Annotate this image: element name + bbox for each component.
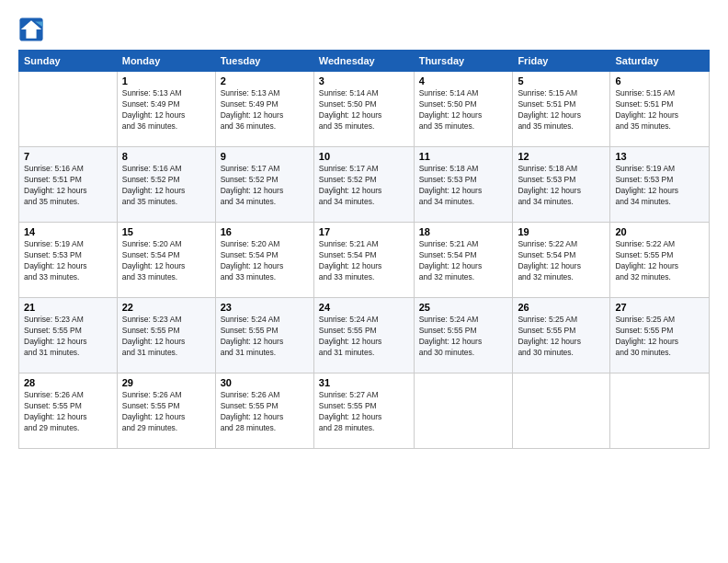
day-info: Sunrise: 5:19 AM Sunset: 5:53 PM Dayligh… xyxy=(615,164,704,208)
day-info: Sunrise: 5:22 AM Sunset: 5:54 PM Dayligh… xyxy=(518,239,605,283)
day-info: Sunrise: 5:18 AM Sunset: 5:53 PM Dayligh… xyxy=(419,164,508,208)
day-cell: 2Sunrise: 5:13 AM Sunset: 5:49 PM Daylig… xyxy=(215,72,313,147)
day-number: 4 xyxy=(419,75,508,86)
day-number: 5 xyxy=(518,75,605,86)
col-header-tuesday: Tuesday xyxy=(215,51,313,72)
day-info: Sunrise: 5:13 AM Sunset: 5:49 PM Dayligh… xyxy=(221,88,309,132)
day-cell: 23Sunrise: 5:24 AM Sunset: 5:55 PM Dayli… xyxy=(215,298,313,373)
day-cell: 26Sunrise: 5:25 AM Sunset: 5:55 PM Dayli… xyxy=(513,298,610,373)
day-number: 25 xyxy=(419,302,508,313)
day-cell: 16Sunrise: 5:20 AM Sunset: 5:54 PM Dayli… xyxy=(215,223,313,298)
col-header-monday: Monday xyxy=(117,51,215,72)
day-cell: 17Sunrise: 5:21 AM Sunset: 5:54 PM Dayli… xyxy=(313,223,414,298)
day-number: 16 xyxy=(221,226,309,237)
day-info: Sunrise: 5:25 AM Sunset: 5:55 PM Dayligh… xyxy=(518,315,605,359)
day-number: 11 xyxy=(419,151,508,162)
day-cell: 15Sunrise: 5:20 AM Sunset: 5:54 PM Dayli… xyxy=(117,223,215,298)
week-row-2: 7Sunrise: 5:16 AM Sunset: 5:51 PM Daylig… xyxy=(19,147,710,223)
day-number: 12 xyxy=(518,151,605,162)
day-info: Sunrise: 5:23 AM Sunset: 5:55 PM Dayligh… xyxy=(24,315,112,359)
day-cell: 5Sunrise: 5:15 AM Sunset: 5:51 PM Daylig… xyxy=(513,72,610,147)
day-info: Sunrise: 5:26 AM Sunset: 5:55 PM Dayligh… xyxy=(122,390,210,434)
day-info: Sunrise: 5:14 AM Sunset: 5:50 PM Dayligh… xyxy=(419,88,508,132)
day-cell: 13Sunrise: 5:19 AM Sunset: 5:53 PM Dayli… xyxy=(610,147,710,223)
day-cell xyxy=(19,72,118,147)
week-row-3: 14Sunrise: 5:19 AM Sunset: 5:53 PM Dayli… xyxy=(19,223,710,298)
day-cell: 24Sunrise: 5:24 AM Sunset: 5:55 PM Dayli… xyxy=(313,298,414,373)
day-cell xyxy=(610,373,710,449)
day-info: Sunrise: 5:14 AM Sunset: 5:50 PM Dayligh… xyxy=(319,88,409,132)
day-cell xyxy=(513,373,610,449)
day-cell: 19Sunrise: 5:22 AM Sunset: 5:54 PM Dayli… xyxy=(513,223,610,298)
day-cell: 30Sunrise: 5:26 AM Sunset: 5:55 PM Dayli… xyxy=(215,373,313,449)
day-info: Sunrise: 5:21 AM Sunset: 5:54 PM Dayligh… xyxy=(419,239,508,283)
day-info: Sunrise: 5:19 AM Sunset: 5:53 PM Dayligh… xyxy=(24,239,112,283)
day-info: Sunrise: 5:25 AM Sunset: 5:55 PM Dayligh… xyxy=(615,315,704,359)
day-number: 31 xyxy=(319,377,409,388)
day-info: Sunrise: 5:16 AM Sunset: 5:52 PM Dayligh… xyxy=(122,164,210,208)
day-cell: 8Sunrise: 5:16 AM Sunset: 5:52 PM Daylig… xyxy=(117,147,215,223)
day-info: Sunrise: 5:24 AM Sunset: 5:55 PM Dayligh… xyxy=(319,315,409,359)
col-header-wednesday: Wednesday xyxy=(313,51,414,72)
day-info: Sunrise: 5:20 AM Sunset: 5:54 PM Dayligh… xyxy=(221,239,309,283)
day-cell: 6Sunrise: 5:15 AM Sunset: 5:51 PM Daylig… xyxy=(610,72,710,147)
day-info: Sunrise: 5:15 AM Sunset: 5:51 PM Dayligh… xyxy=(518,88,605,132)
day-cell: 7Sunrise: 5:16 AM Sunset: 5:51 PM Daylig… xyxy=(19,147,118,223)
day-number: 30 xyxy=(221,377,309,388)
day-number: 6 xyxy=(615,75,704,86)
day-cell: 18Sunrise: 5:21 AM Sunset: 5:54 PM Dayli… xyxy=(414,223,513,298)
day-cell: 28Sunrise: 5:26 AM Sunset: 5:55 PM Dayli… xyxy=(19,373,118,449)
day-cell xyxy=(414,373,513,449)
day-info: Sunrise: 5:26 AM Sunset: 5:55 PM Dayligh… xyxy=(24,390,112,434)
day-info: Sunrise: 5:16 AM Sunset: 5:51 PM Dayligh… xyxy=(24,164,112,208)
day-cell: 20Sunrise: 5:22 AM Sunset: 5:55 PM Dayli… xyxy=(610,223,710,298)
day-number: 28 xyxy=(24,377,112,388)
day-cell: 22Sunrise: 5:23 AM Sunset: 5:55 PM Dayli… xyxy=(117,298,215,373)
header-row: SundayMondayTuesdayWednesdayThursdayFrid… xyxy=(19,51,710,72)
day-info: Sunrise: 5:23 AM Sunset: 5:55 PM Dayligh… xyxy=(122,315,210,359)
day-info: Sunrise: 5:27 AM Sunset: 5:55 PM Dayligh… xyxy=(319,390,409,434)
day-cell: 31Sunrise: 5:27 AM Sunset: 5:55 PM Dayli… xyxy=(313,373,414,449)
day-cell: 25Sunrise: 5:24 AM Sunset: 5:55 PM Dayli… xyxy=(414,298,513,373)
logo-icon xyxy=(18,17,44,42)
day-info: Sunrise: 5:17 AM Sunset: 5:52 PM Dayligh… xyxy=(221,164,309,208)
day-number: 23 xyxy=(221,302,309,313)
day-number: 20 xyxy=(615,226,704,237)
col-header-saturday: Saturday xyxy=(610,51,710,72)
day-info: Sunrise: 5:17 AM Sunset: 5:52 PM Dayligh… xyxy=(319,164,409,208)
day-number: 9 xyxy=(221,151,309,162)
day-number: 10 xyxy=(319,151,409,162)
day-number: 3 xyxy=(319,75,409,86)
calendar-table: SundayMondayTuesdayWednesdayThursdayFrid… xyxy=(18,50,710,449)
day-cell: 14Sunrise: 5:19 AM Sunset: 5:53 PM Dayli… xyxy=(19,223,118,298)
day-info: Sunrise: 5:26 AM Sunset: 5:55 PM Dayligh… xyxy=(221,390,309,434)
col-header-thursday: Thursday xyxy=(414,51,513,72)
week-row-5: 28Sunrise: 5:26 AM Sunset: 5:55 PM Dayli… xyxy=(19,373,710,449)
day-cell: 3Sunrise: 5:14 AM Sunset: 5:50 PM Daylig… xyxy=(313,72,414,147)
day-number: 19 xyxy=(518,226,605,237)
day-number: 22 xyxy=(122,302,210,313)
day-info: Sunrise: 5:24 AM Sunset: 5:55 PM Dayligh… xyxy=(221,315,309,359)
day-number: 1 xyxy=(122,75,210,86)
day-number: 7 xyxy=(24,151,112,162)
day-number: 15 xyxy=(122,226,210,237)
day-number: 13 xyxy=(615,151,704,162)
day-cell: 4Sunrise: 5:14 AM Sunset: 5:50 PM Daylig… xyxy=(414,72,513,147)
day-cell: 12Sunrise: 5:18 AM Sunset: 5:53 PM Dayli… xyxy=(513,147,610,223)
col-header-friday: Friday xyxy=(513,51,610,72)
day-info: Sunrise: 5:15 AM Sunset: 5:51 PM Dayligh… xyxy=(615,88,704,132)
day-number: 26 xyxy=(518,302,605,313)
day-info: Sunrise: 5:24 AM Sunset: 5:55 PM Dayligh… xyxy=(419,315,508,359)
day-number: 17 xyxy=(319,226,409,237)
day-number: 18 xyxy=(419,226,508,237)
day-number: 2 xyxy=(221,75,309,86)
day-number: 8 xyxy=(122,151,210,162)
page: SundayMondayTuesdayWednesdayThursdayFrid… xyxy=(0,0,728,563)
day-info: Sunrise: 5:20 AM Sunset: 5:54 PM Dayligh… xyxy=(122,239,210,283)
week-row-1: 1Sunrise: 5:13 AM Sunset: 5:49 PM Daylig… xyxy=(19,72,710,147)
day-cell: 27Sunrise: 5:25 AM Sunset: 5:55 PM Dayli… xyxy=(610,298,710,373)
day-info: Sunrise: 5:21 AM Sunset: 5:54 PM Dayligh… xyxy=(319,239,409,283)
week-row-4: 21Sunrise: 5:23 AM Sunset: 5:55 PM Dayli… xyxy=(19,298,710,373)
header xyxy=(18,17,710,42)
day-cell: 29Sunrise: 5:26 AM Sunset: 5:55 PM Dayli… xyxy=(117,373,215,449)
